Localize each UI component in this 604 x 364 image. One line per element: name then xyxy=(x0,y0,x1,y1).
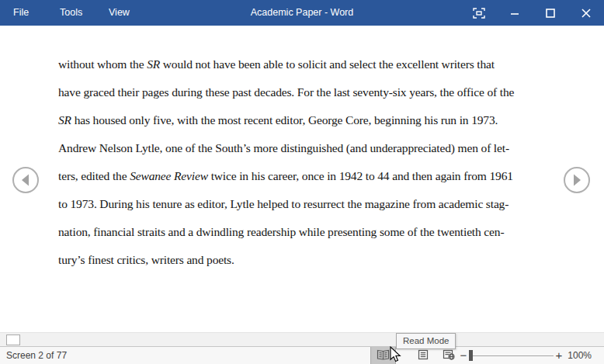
previous-screen-arrow-icon xyxy=(12,183,40,196)
document-line: tury’s finest critics, writers and poets… xyxy=(58,246,563,274)
close-button[interactable] xyxy=(568,0,604,26)
statusbar: Screen 2 of 77 xyxy=(0,346,604,364)
window-controls xyxy=(461,0,604,26)
document-line: nation, financial straits and a dwindlin… xyxy=(58,218,563,246)
document-area: without whom the SR would not have been … xyxy=(0,26,604,332)
web-layout-button[interactable] xyxy=(438,347,460,364)
document-text: without whom the SR would not have been … xyxy=(58,50,563,274)
zoom-out-button[interactable]: − xyxy=(458,347,469,364)
zoom-in-button[interactable]: + xyxy=(553,347,565,364)
word-read-mode-window: File Tools View Academic Paper - Word xyxy=(0,0,604,364)
minimize-icon xyxy=(510,9,519,17)
next-screen-arrow-icon xyxy=(563,183,591,196)
document-line: to 1973. During his tenure as editor, Ly… xyxy=(58,190,563,218)
read-mode-tooltip: Read Mode xyxy=(396,333,456,349)
document-line: have graced their pages during these pas… xyxy=(58,78,563,106)
close-icon xyxy=(581,9,591,18)
zoom-level-label[interactable]: 100% xyxy=(565,347,592,364)
maximize-button[interactable] xyxy=(533,0,568,26)
read-mode-icon xyxy=(377,349,390,362)
document-line: Andrew Nelson Lytle, one of the South’s … xyxy=(58,134,563,162)
screen-count-label[interactable]: Screen 2 of 77 xyxy=(6,347,67,364)
document-line: ters, edited the Sewanee Review twice in… xyxy=(58,162,563,190)
print-layout-icon xyxy=(418,349,429,362)
horizontal-scrollbar-thumb[interactable] xyxy=(6,335,20,345)
previous-screen-button[interactable] xyxy=(12,166,40,194)
maximize-icon xyxy=(546,9,555,18)
next-screen-button[interactable] xyxy=(563,166,591,194)
document-line: SR has housed only five, with the most r… xyxy=(58,106,563,134)
auto-hide-reading-toolbar-button[interactable] xyxy=(461,0,497,26)
document-line: without whom the SR would not have been … xyxy=(58,50,563,78)
print-layout-button[interactable] xyxy=(412,347,434,364)
auto-hide-reading-toolbar-icon xyxy=(473,8,485,19)
titlebar: File Tools View Academic Paper - Word xyxy=(0,0,604,26)
zoom-slider-track[interactable] xyxy=(473,355,554,356)
mouse-cursor-icon xyxy=(390,346,402,364)
horizontal-scrollbar[interactable] xyxy=(0,332,604,346)
zoom-slider-thumb[interactable] xyxy=(469,350,473,361)
web-layout-icon xyxy=(443,349,455,362)
minimize-button[interactable] xyxy=(497,0,533,26)
